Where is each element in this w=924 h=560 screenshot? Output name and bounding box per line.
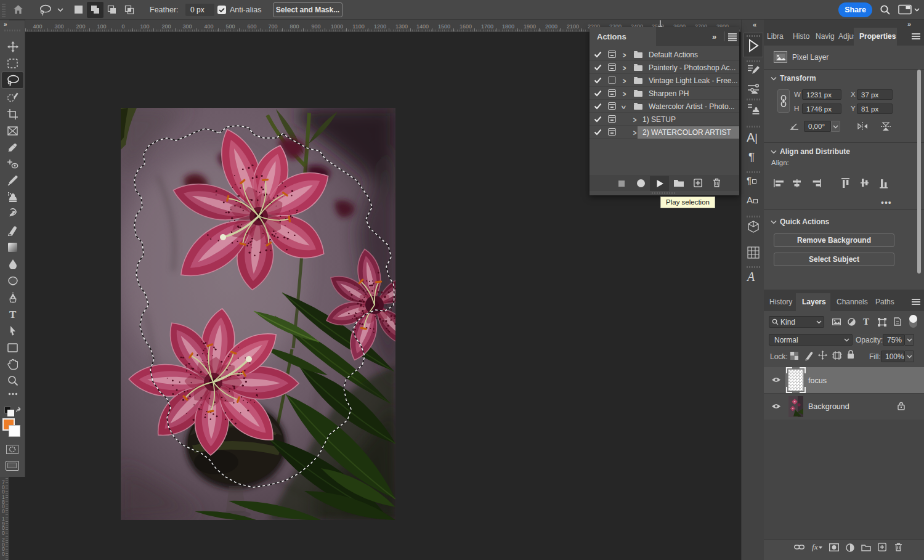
svg-text:T: T (9, 309, 17, 320)
